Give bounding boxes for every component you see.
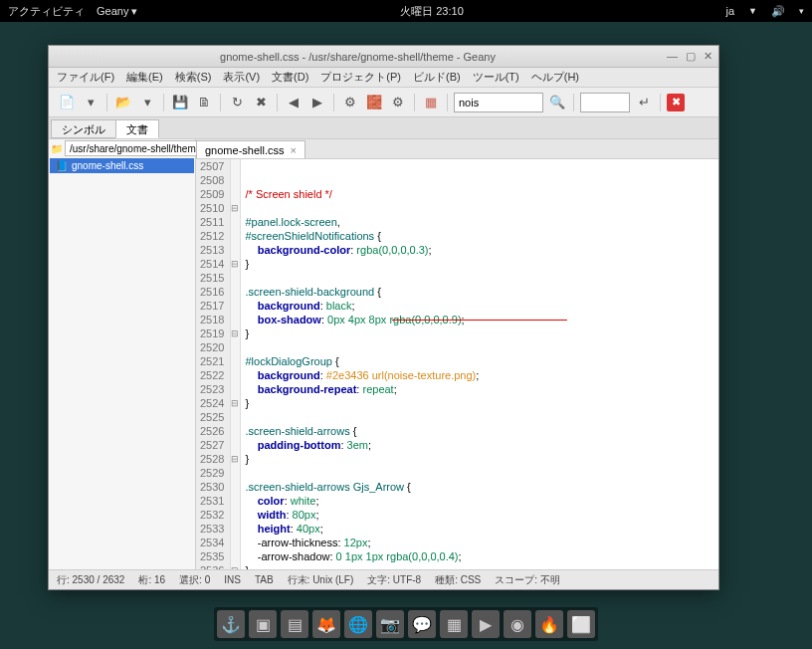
system-menu-icon[interactable]: ▾ [799, 6, 804, 16]
dock-app-icon[interactable]: ▶ [472, 610, 500, 638]
fold-margin[interactable]: ⊟ ⊟ ⊟ ⊟ ⊟ ⊟ ⊟ [231, 159, 241, 569]
reload-icon[interactable]: ↻ [227, 93, 247, 112]
file-name: gnome-shell.css [72, 160, 143, 171]
sidebar: 📁 /usr/share/gnome-shell/theme 📘 gnome-s… [49, 139, 196, 569]
dock-app-icon[interactable]: ◉ [504, 610, 531, 638]
dock: ⚓▣▤🦊🌐📷💬▦▶◉🔥⬜ [214, 607, 598, 641]
status-col: 桁: 16 [138, 573, 165, 587]
dock-app-icon[interactable]: 🔥 [535, 610, 563, 638]
tab-symbols[interactable]: シンボル [51, 119, 116, 138]
search-input[interactable] [454, 93, 543, 112]
editor[interactable]: 2507250825092510251125122513251425152516… [196, 159, 718, 569]
new-file-icon[interactable]: 📄 [57, 93, 77, 112]
maximize-button[interactable]: ▢ [686, 50, 696, 63]
dock-app-icon[interactable]: 📷 [376, 610, 404, 638]
goto-line-input[interactable] [580, 93, 630, 112]
file-icon: 📘 [56, 160, 68, 171]
gnome-top-bar: アクティビティ Geany ▾ 火曜日 23:10 ja ▼ 🔊 ▾ [0, 0, 812, 22]
color-chooser-icon[interactable]: ▦ [421, 93, 441, 112]
close-tab-icon[interactable]: × [290, 144, 296, 156]
menu-help[interactable]: ヘルプ(H) [531, 70, 579, 85]
line-gutter: 2507250825092510251125122513251425152516… [196, 159, 231, 569]
file-item[interactable]: 📘 gnome-shell.css [50, 158, 194, 173]
input-source[interactable]: ja [726, 5, 735, 17]
dropdown-icon[interactable]: ▾ [81, 93, 101, 112]
menu-file[interactable]: ファイル(F) [57, 70, 114, 85]
dock-app-icon[interactable]: 🦊 [312, 610, 340, 638]
menu-build[interactable]: ビルド(B) [413, 70, 461, 85]
goto-icon[interactable]: ↵ [634, 93, 654, 112]
status-scope: スコープ: 不明 [495, 573, 560, 587]
close-file-icon[interactable]: ✖ [251, 93, 271, 112]
app-menu[interactable]: Geany ▾ [97, 5, 137, 18]
compile-icon[interactable]: ⚙ [340, 93, 360, 112]
save-all-icon[interactable]: 🗎 [194, 93, 214, 112]
menu-edit[interactable]: 編集(E) [126, 70, 163, 85]
close-button[interactable]: ✕ [704, 50, 712, 63]
compiler-underline [392, 320, 567, 321]
lang-dropdown-icon: ▼ [748, 6, 757, 16]
quit-icon[interactable]: ✖ [667, 94, 685, 111]
dropdown-icon[interactable]: ▾ [137, 93, 157, 112]
dock-app-icon[interactable]: 💬 [408, 610, 436, 638]
nav-forward-icon[interactable]: ▶ [307, 93, 327, 112]
build-icon[interactable]: 🧱 [364, 93, 384, 112]
window-title: gnome-shell.css - /usr/share/gnome-shell… [49, 51, 667, 63]
search-icon[interactable]: 🔍 [547, 93, 567, 112]
execute-icon[interactable]: ⚙ [388, 93, 408, 112]
minimize-button[interactable]: — [667, 50, 678, 63]
status-eol: 行末: Unix (LF) [288, 573, 354, 587]
save-icon[interactable]: 💾 [170, 93, 190, 112]
status-tab: TAB [255, 574, 274, 585]
status-sel: 選択: 0 [179, 573, 210, 587]
dock-app-icon[interactable]: ▤ [281, 610, 308, 638]
toolbar: 📄 ▾ 📂 ▾ 💾 🗎 ↻ ✖ ◀ ▶ ⚙ 🧱 ⚙ ▦ 🔍 ↵ ✖ [49, 88, 718, 117]
dock-app-icon[interactable]: ▣ [249, 610, 277, 638]
clock[interactable]: 火曜日 23:10 [137, 4, 725, 19]
status-pos: 行: 2530 / 2632 [57, 573, 124, 587]
menu-tools[interactable]: ツール(T) [473, 70, 519, 85]
file-tab-label: gnome-shell.css [205, 144, 284, 156]
volume-icon[interactable]: 🔊 [771, 5, 785, 18]
menu-document[interactable]: 文書(D) [272, 70, 308, 85]
menubar: ファイル(F) 編集(E) 検索(S) 表示(V) 文書(D) プロジェクト(P… [49, 68, 718, 88]
dock-app-icon[interactable]: ⬜ [567, 610, 595, 638]
titlebar[interactable]: gnome-shell.css - /usr/share/gnome-shell… [49, 46, 718, 68]
menu-project[interactable]: プロジェクト(P) [320, 70, 401, 85]
tab-documents[interactable]: 文書 [115, 119, 159, 138]
statusbar: 行: 2530 / 2632 桁: 16 選択: 0 INS TAB 行末: U… [49, 569, 718, 589]
status-enc: 文字: UTF-8 [367, 573, 421, 587]
menu-view[interactable]: 表示(V) [223, 70, 260, 85]
file-tab[interactable]: gnome-shell.css × [196, 140, 305, 158]
geany-window: gnome-shell.css - /usr/share/gnome-shell… [48, 45, 719, 590]
dock-app-icon[interactable]: ⚓ [217, 610, 245, 638]
nav-back-icon[interactable]: ◀ [284, 93, 304, 112]
status-type: 種類: CSS [435, 573, 481, 587]
dock-app-icon[interactable]: 🌐 [344, 610, 372, 638]
open-icon[interactable]: 📂 [113, 93, 133, 112]
menu-search[interactable]: 検索(S) [175, 70, 212, 85]
code-area[interactable]: /* Screen shield */ #panel.lock-screen, … [241, 159, 718, 569]
folder-icon: 📁 [51, 143, 63, 154]
status-ins: INS [224, 574, 241, 585]
activities-button[interactable]: アクティビティ [8, 4, 85, 19]
dock-app-icon[interactable]: ▦ [440, 610, 468, 638]
